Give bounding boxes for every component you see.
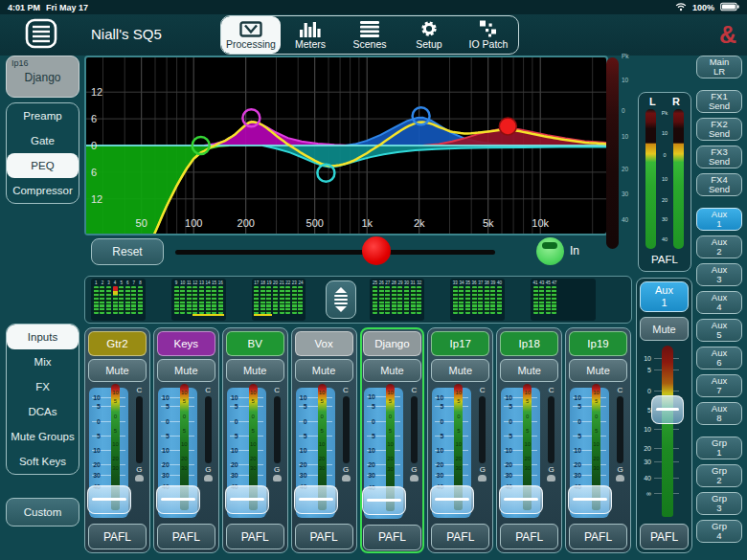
- aux-master-name-button[interactable]: Aux 1: [640, 281, 689, 312]
- tab-setup[interactable]: Setup: [399, 16, 459, 54]
- mute-button[interactable]: Mute: [226, 359, 284, 382]
- meter-channel-30: 30: [403, 280, 410, 316]
- meter-channel-number: 19: [266, 280, 271, 286]
- mix-select-aux-5[interactable]: Aux 5: [696, 319, 742, 342]
- fader-cap[interactable]: [225, 485, 269, 514]
- pan-bar[interactable]: [136, 396, 143, 463]
- fader-cap[interactable]: [499, 485, 543, 514]
- mix-select-aux-2[interactable]: Aux 2: [696, 235, 742, 258]
- channel-name-button-keys[interactable]: Keys: [157, 331, 215, 356]
- pan-bar[interactable]: [274, 396, 281, 463]
- fader-cap[interactable]: [362, 486, 406, 515]
- y-axis-label: 0: [91, 140, 97, 151]
- pan-bar[interactable]: [411, 396, 418, 464]
- tab-processing[interactable]: Processing: [221, 16, 281, 54]
- mix-select-aux-6[interactable]: Aux 6: [696, 347, 742, 370]
- mute-button[interactable]: Mute: [500, 359, 558, 382]
- menu-button[interactable]: [25, 18, 57, 49]
- bank-tab-dcas[interactable]: DCAs: [7, 399, 79, 424]
- mute-button[interactable]: Mute: [569, 359, 627, 382]
- processing-tab-gate[interactable]: Gate: [7, 128, 79, 153]
- meter-channel-number: 27: [385, 280, 390, 286]
- pafl-button[interactable]: PAFL: [500, 524, 558, 549]
- mute-button[interactable]: Mute: [157, 359, 215, 382]
- bank-tab-soft-keys[interactable]: Soft Keys: [7, 449, 79, 474]
- meter-channel-number: 9: [175, 280, 178, 286]
- mix-select-grp-4[interactable]: Grp 4: [696, 520, 742, 543]
- mix-select-aux-7[interactable]: Aux 7: [696, 374, 742, 397]
- mix-select-fx2-send[interactable]: FX2 Send: [696, 118, 742, 141]
- processing-tab-peq[interactable]: PEQ: [7, 153, 79, 178]
- band-frequency-slider-knob[interactable]: [362, 236, 391, 265]
- mix-select-aux-8[interactable]: Aux 8: [696, 402, 742, 425]
- processing-tab-preamp[interactable]: Preamp: [7, 103, 79, 128]
- meter-bank-spinner[interactable]: [326, 280, 356, 319]
- channel-name-button-vox[interactable]: Vox: [295, 331, 353, 356]
- fader-cap[interactable]: [156, 485, 200, 514]
- mix-select-aux-3[interactable]: Aux 3: [696, 263, 742, 286]
- mute-button[interactable]: Mute: [88, 359, 147, 382]
- selected-channel-button[interactable]: Ip16 Django: [6, 56, 79, 98]
- aux-master-strip: Aux 1 Mute 1050510203040∞ PAFL: [636, 278, 692, 553]
- pafl-button[interactable]: PAFL: [157, 524, 215, 549]
- pan-bar[interactable]: [479, 396, 486, 463]
- y-axis-label: 12: [91, 86, 102, 98]
- mix-select-fx3-send[interactable]: FX3 Send: [696, 146, 742, 168]
- mix-select-grp-3[interactable]: Grp 3: [696, 492, 742, 515]
- mute-button[interactable]: Mute: [363, 359, 421, 382]
- meter-led-column: [206, 286, 211, 314]
- aux-master-pafl-button[interactable]: PAFL: [640, 524, 689, 549]
- mix-select-fx4-send[interactable]: FX4 Send: [696, 173, 742, 196]
- mute-button[interactable]: Mute: [295, 359, 353, 382]
- mix-select-aux-4[interactable]: Aux 4: [696, 291, 742, 314]
- bank-tab-mix[interactable]: Mix: [7, 349, 79, 374]
- aux-master-mute-button[interactable]: Mute: [640, 317, 689, 341]
- pafl-button[interactable]: PAFL: [431, 524, 489, 549]
- bank-tab-fx[interactable]: FX: [7, 374, 79, 399]
- tab-io-patch[interactable]: IO Patch: [459, 16, 518, 54]
- mix-select-grp-2[interactable]: Grp 2: [696, 464, 742, 487]
- pan-bar[interactable]: [617, 396, 623, 463]
- channel-name-button-ip17[interactable]: Ip17: [431, 331, 489, 356]
- main-lr-meter-panel[interactable]: L R Pk10010203040 PAFL: [638, 92, 691, 272]
- channel-name-button-gtr2[interactable]: Gtr2: [88, 331, 147, 356]
- fader-cap[interactable]: [87, 485, 131, 514]
- mix-select-aux-1[interactable]: Aux 1: [696, 208, 742, 231]
- pafl-button[interactable]: PAFL: [363, 525, 421, 550]
- channel-name-button-bv[interactable]: BV: [226, 331, 284, 356]
- mute-button[interactable]: Mute: [431, 359, 489, 382]
- band-frequency-slider-track[interactable]: [175, 250, 495, 255]
- bank-tab-mute-groups[interactable]: Mute Groups: [7, 424, 79, 449]
- channel-name-button-ip19[interactable]: Ip19: [569, 331, 627, 356]
- channel-name-button-ip18[interactable]: Ip18: [500, 331, 558, 356]
- pafl-button[interactable]: PAFL: [88, 524, 147, 549]
- pan-bar[interactable]: [205, 396, 212, 463]
- mix-select-main-lr[interactable]: Main LR: [696, 56, 742, 78]
- peq-reset-button[interactable]: Reset: [91, 238, 164, 265]
- tab-meters[interactable]: Meters: [281, 16, 340, 54]
- meter-scale-label: 5: [454, 398, 463, 404]
- channel-name-button-django[interactable]: Django: [363, 331, 421, 356]
- custom-layer-button[interactable]: Custom: [6, 498, 79, 526]
- processing-tab-compressor[interactable]: Compressor: [7, 178, 79, 203]
- pan-bar[interactable]: [548, 396, 555, 463]
- meter-channel-6: 6: [124, 280, 131, 316]
- tab-scenes[interactable]: Scenes: [340, 16, 399, 54]
- meter-led-column: [285, 286, 290, 314]
- pafl-button[interactable]: PAFL: [226, 524, 284, 549]
- mix-select-grp-1[interactable]: Grp 1: [696, 437, 742, 459]
- aux-master-fader-cap[interactable]: [651, 395, 684, 424]
- peq-in-toggle[interactable]: [536, 237, 564, 265]
- fader-cap[interactable]: [430, 485, 474, 514]
- fader-cap[interactable]: [294, 485, 338, 514]
- gate-led: [204, 475, 213, 482]
- mix-select-fx1-send[interactable]: FX1 Send: [696, 90, 742, 113]
- band-4-handle[interactable]: [499, 118, 516, 135]
- pafl-button[interactable]: PAFL: [295, 524, 353, 549]
- pafl-button[interactable]: PAFL: [569, 524, 627, 549]
- fader-cap[interactable]: [568, 485, 612, 514]
- pan-bar[interactable]: [343, 396, 350, 463]
- meter-led-column: [453, 286, 458, 314]
- io-patch-icon: [479, 21, 498, 37]
- bank-tab-inputs[interactable]: Inputs: [7, 325, 79, 349]
